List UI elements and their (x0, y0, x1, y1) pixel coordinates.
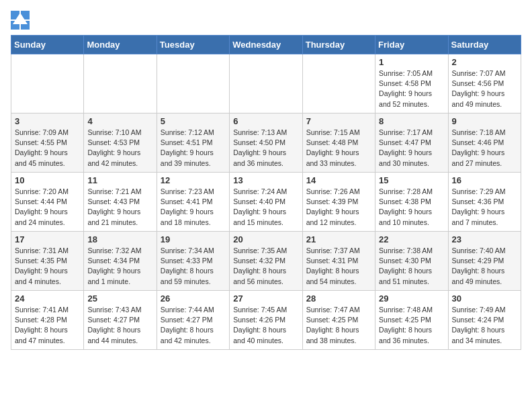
calendar-cell: 9Sunrise: 7:18 AM Sunset: 4:46 PM Daylig… (448, 113, 521, 173)
weekday-header: Saturday (448, 36, 521, 54)
day-number: 17 (15, 234, 80, 244)
calendar-cell (84, 54, 157, 113)
day-number: 29 (379, 293, 444, 304)
day-info: Sunrise: 7:31 AM Sunset: 4:35 PM Dayligh… (15, 246, 80, 287)
calendar-cell: 23Sunrise: 7:40 AM Sunset: 4:29 PM Dayli… (448, 232, 521, 291)
day-number: 19 (161, 234, 226, 244)
day-number: 26 (161, 293, 226, 304)
calendar: SundayMondayTuesdayWednesdayThursdayFrid… (11, 35, 521, 350)
day-info: Sunrise: 7:24 AM Sunset: 4:40 PM Dayligh… (233, 187, 298, 228)
day-info: Sunrise: 7:37 AM Sunset: 4:31 PM Dayligh… (306, 246, 371, 287)
calendar-cell: 1Sunrise: 7:05 AM Sunset: 4:58 PM Daylig… (375, 54, 448, 113)
day-info: Sunrise: 7:48 AM Sunset: 4:25 PM Dayligh… (379, 305, 444, 346)
day-info: Sunrise: 7:23 AM Sunset: 4:41 PM Dayligh… (161, 187, 226, 228)
page-header (11, 11, 521, 30)
weekday-header: Thursday (302, 36, 375, 54)
calendar-cell: 2Sunrise: 7:07 AM Sunset: 4:56 PM Daylig… (448, 54, 521, 113)
calendar-cell: 29Sunrise: 7:48 AM Sunset: 4:25 PM Dayli… (375, 291, 448, 350)
day-number: 20 (233, 234, 298, 244)
day-number: 23 (452, 234, 517, 244)
day-number: 30 (452, 293, 517, 304)
calendar-cell: 13Sunrise: 7:24 AM Sunset: 4:40 PM Dayli… (230, 173, 302, 232)
calendar-cell: 15Sunrise: 7:28 AM Sunset: 4:38 PM Dayli… (375, 173, 448, 232)
day-number: 24 (15, 293, 80, 304)
weekday-header: Friday (375, 36, 448, 54)
day-number: 21 (306, 234, 371, 244)
calendar-cell: 16Sunrise: 7:29 AM Sunset: 4:36 PM Dayli… (448, 173, 521, 232)
day-info: Sunrise: 7:29 AM Sunset: 4:36 PM Dayligh… (452, 187, 517, 228)
day-info: Sunrise: 7:43 AM Sunset: 4:27 PM Dayligh… (87, 305, 152, 346)
day-info: Sunrise: 7:17 AM Sunset: 4:47 PM Dayligh… (379, 128, 444, 169)
day-number: 16 (452, 175, 517, 185)
day-info: Sunrise: 7:40 AM Sunset: 4:29 PM Dayligh… (452, 246, 517, 287)
calendar-cell: 24Sunrise: 7:41 AM Sunset: 4:28 PM Dayli… (11, 291, 84, 350)
calendar-cell: 3Sunrise: 7:09 AM Sunset: 4:55 PM Daylig… (11, 113, 84, 173)
day-info: Sunrise: 7:49 AM Sunset: 4:24 PM Dayligh… (452, 305, 517, 346)
day-info: Sunrise: 7:47 AM Sunset: 4:25 PM Dayligh… (306, 305, 371, 346)
day-number: 18 (87, 234, 152, 244)
calendar-cell: 20Sunrise: 7:35 AM Sunset: 4:32 PM Dayli… (230, 232, 302, 291)
calendar-week-row: 1Sunrise: 7:05 AM Sunset: 4:58 PM Daylig… (11, 54, 521, 113)
day-number: 7 (306, 116, 371, 126)
day-number: 10 (15, 175, 80, 185)
calendar-header-row: SundayMondayTuesdayWednesdayThursdayFrid… (11, 36, 521, 54)
logo (11, 11, 32, 30)
calendar-cell (302, 54, 375, 113)
day-info: Sunrise: 7:21 AM Sunset: 4:43 PM Dayligh… (87, 187, 152, 228)
calendar-cell: 7Sunrise: 7:15 AM Sunset: 4:48 PM Daylig… (302, 113, 375, 173)
calendar-cell: 19Sunrise: 7:34 AM Sunset: 4:33 PM Dayli… (157, 232, 229, 291)
calendar-cell (230, 54, 302, 113)
day-number: 4 (87, 116, 152, 126)
day-info: Sunrise: 7:15 AM Sunset: 4:48 PM Dayligh… (306, 128, 371, 169)
day-info: Sunrise: 7:41 AM Sunset: 4:28 PM Dayligh… (15, 305, 80, 346)
day-number: 8 (379, 116, 444, 126)
day-number: 12 (161, 175, 226, 185)
day-number: 25 (87, 293, 152, 304)
calendar-cell: 22Sunrise: 7:38 AM Sunset: 4:30 PM Dayli… (375, 232, 448, 291)
logo-icon (11, 11, 30, 30)
calendar-cell: 10Sunrise: 7:20 AM Sunset: 4:44 PM Dayli… (11, 173, 84, 232)
day-info: Sunrise: 7:10 AM Sunset: 4:53 PM Dayligh… (87, 128, 152, 169)
calendar-cell: 26Sunrise: 7:44 AM Sunset: 4:27 PM Dayli… (157, 291, 229, 350)
day-info: Sunrise: 7:20 AM Sunset: 4:44 PM Dayligh… (15, 187, 80, 228)
day-number: 11 (87, 175, 152, 185)
calendar-cell: 17Sunrise: 7:31 AM Sunset: 4:35 PM Dayli… (11, 232, 84, 291)
calendar-cell: 12Sunrise: 7:23 AM Sunset: 4:41 PM Dayli… (157, 173, 229, 232)
day-info: Sunrise: 7:05 AM Sunset: 4:58 PM Dayligh… (379, 68, 444, 109)
day-info: Sunrise: 7:35 AM Sunset: 4:32 PM Dayligh… (233, 246, 298, 287)
day-info: Sunrise: 7:26 AM Sunset: 4:39 PM Dayligh… (306, 187, 371, 228)
day-info: Sunrise: 7:38 AM Sunset: 4:30 PM Dayligh… (379, 246, 444, 287)
calendar-cell: 8Sunrise: 7:17 AM Sunset: 4:47 PM Daylig… (375, 113, 448, 173)
calendar-cell: 25Sunrise: 7:43 AM Sunset: 4:27 PM Dayli… (84, 291, 157, 350)
calendar-cell: 18Sunrise: 7:32 AM Sunset: 4:34 PM Dayli… (84, 232, 157, 291)
day-info: Sunrise: 7:32 AM Sunset: 4:34 PM Dayligh… (87, 246, 152, 287)
calendar-cell: 5Sunrise: 7:12 AM Sunset: 4:51 PM Daylig… (157, 113, 229, 173)
calendar-cell (157, 54, 229, 113)
weekday-header: Sunday (11, 36, 84, 54)
day-number: 28 (306, 293, 371, 304)
day-info: Sunrise: 7:45 AM Sunset: 4:26 PM Dayligh… (233, 305, 298, 346)
weekday-header: Tuesday (157, 36, 229, 54)
day-number: 6 (233, 116, 298, 126)
calendar-week-row: 3Sunrise: 7:09 AM Sunset: 4:55 PM Daylig… (11, 113, 521, 173)
day-number: 27 (233, 293, 298, 304)
calendar-week-row: 10Sunrise: 7:20 AM Sunset: 4:44 PM Dayli… (11, 173, 521, 232)
day-number: 14 (306, 175, 371, 185)
day-number: 9 (452, 116, 517, 126)
calendar-cell: 6Sunrise: 7:13 AM Sunset: 4:50 PM Daylig… (230, 113, 302, 173)
calendar-cell (11, 54, 84, 113)
day-number: 13 (233, 175, 298, 185)
day-info: Sunrise: 7:18 AM Sunset: 4:46 PM Dayligh… (452, 128, 517, 169)
calendar-cell: 14Sunrise: 7:26 AM Sunset: 4:39 PM Dayli… (302, 173, 375, 232)
weekday-header: Monday (84, 36, 157, 54)
day-info: Sunrise: 7:34 AM Sunset: 4:33 PM Dayligh… (161, 246, 226, 287)
calendar-cell: 11Sunrise: 7:21 AM Sunset: 4:43 PM Dayli… (84, 173, 157, 232)
day-info: Sunrise: 7:07 AM Sunset: 4:56 PM Dayligh… (452, 68, 517, 109)
day-number: 2 (452, 57, 517, 67)
calendar-cell: 21Sunrise: 7:37 AM Sunset: 4:31 PM Dayli… (302, 232, 375, 291)
day-number: 3 (15, 116, 80, 126)
day-info: Sunrise: 7:09 AM Sunset: 4:55 PM Dayligh… (15, 128, 80, 169)
calendar-cell: 27Sunrise: 7:45 AM Sunset: 4:26 PM Dayli… (230, 291, 302, 350)
day-number: 22 (379, 234, 444, 244)
day-number: 5 (161, 116, 226, 126)
